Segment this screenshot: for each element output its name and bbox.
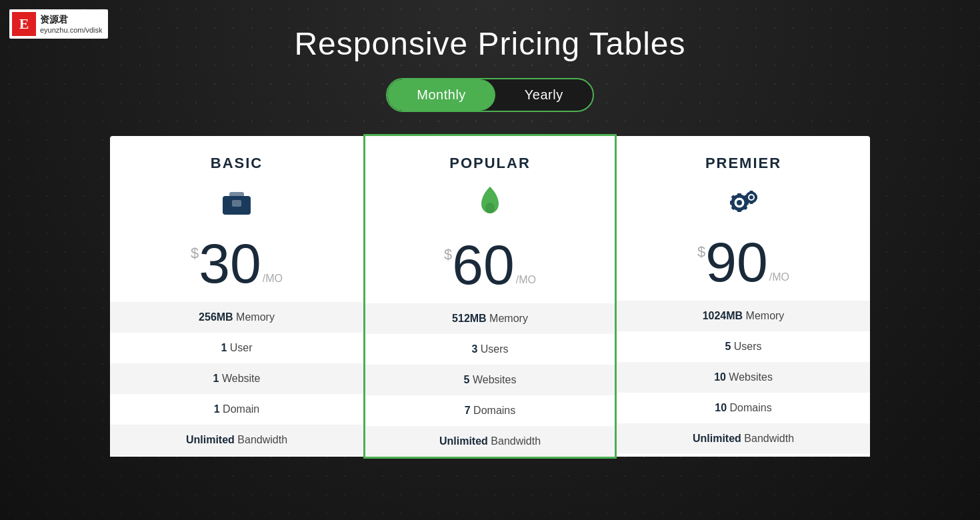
svg-rect-7	[737, 208, 741, 212]
premier-plan-name: PREMIER	[617, 136, 870, 179]
page-wrapper: E 资源君 eyunzhu.com/vdisk Responsive Prici…	[0, 0, 980, 520]
premier-feature-users: 5 Users	[617, 331, 870, 362]
popular-features: 512MB Memory 3 Users 5 Websites 7 Domain…	[365, 303, 615, 457]
svg-rect-17	[750, 201, 753, 204]
popular-feature-domains: 7 Domains	[365, 395, 615, 426]
yearly-toggle-button[interactable]: Yearly	[495, 79, 593, 111]
premier-feature-domains: 10 Domains	[617, 393, 870, 423]
premier-feature-bandwidth: Unlimited Bandwidth	[617, 423, 870, 454]
premier-price-period: /MO	[769, 271, 789, 283]
basic-plan-icon	[110, 185, 363, 225]
premier-price-amount: 90	[705, 234, 767, 290]
basic-price-period: /MO	[263, 273, 283, 285]
premier-plan-icon	[617, 185, 870, 223]
basic-features: 256MB Memory 1 User 1 Website 1 Domain U…	[110, 302, 363, 455]
svg-rect-2	[232, 200, 241, 207]
basic-feature-users: 1 User	[110, 333, 363, 363]
premier-dollar-sign: $	[697, 243, 705, 261]
premier-feature-memory: 1024MB Memory	[617, 301, 870, 331]
popular-feature-bandwidth: Unlimited Bandwidth	[365, 426, 615, 457]
pricing-container: BASIC $ 30 /MO 256MB Memory 1 User 1 Web…	[0, 136, 980, 457]
svg-point-3	[485, 203, 495, 213]
premier-features: 1024MB Memory 5 Users 10 Websites 10 Dom…	[617, 301, 870, 454]
basic-feature-bandwidth: Unlimited Bandwidth	[110, 425, 363, 455]
popular-feature-users: 3 Users	[365, 334, 615, 365]
popular-plan-icon	[365, 185, 615, 226]
popular-plan-price: $ 60 /MO	[365, 230, 615, 303]
basic-feature-domains: 1 Domain	[110, 394, 363, 425]
basic-plan-name: BASIC	[110, 136, 363, 179]
popular-feature-memory: 512MB Memory	[365, 303, 615, 334]
pricing-card-popular: POPULAR $ 60 /MO 512MB Memory 3 Users 5 …	[363, 134, 617, 459]
popular-price-period: /MO	[516, 274, 536, 286]
pricing-card-basic: BASIC $ 30 /MO 256MB Memory 1 User 1 Web…	[110, 136, 363, 457]
svg-rect-16	[750, 191, 753, 193]
basic-feature-memory: 256MB Memory	[110, 302, 363, 333]
premier-plan-price: $ 90 /MO	[617, 227, 870, 301]
svg-rect-19	[755, 196, 757, 199]
logo-brand: 资源君	[40, 14, 103, 26]
logo-letter: E	[12, 12, 36, 36]
monthly-toggle-button[interactable]: Monthly	[387, 79, 495, 111]
popular-plan-name: POPULAR	[365, 136, 615, 179]
svg-rect-6	[737, 193, 741, 197]
svg-point-15	[749, 195, 753, 199]
svg-rect-1	[229, 192, 244, 197]
billing-toggle: Monthly Yearly	[386, 78, 593, 112]
popular-feature-websites: 5 Websites	[365, 365, 615, 395]
svg-rect-8	[730, 201, 734, 205]
popular-dollar-sign: $	[444, 246, 452, 263]
basic-plan-price: $ 30 /MO	[110, 229, 363, 302]
logo-url: eyunzhu.com/vdisk	[40, 26, 103, 34]
logo-text: 资源君 eyunzhu.com/vdisk	[40, 14, 103, 34]
logo: E 资源君 eyunzhu.com/vdisk	[9, 9, 108, 39]
basic-dollar-sign: $	[191, 245, 199, 262]
svg-point-5	[737, 200, 742, 205]
basic-price-amount: 30	[199, 235, 261, 291]
pricing-card-premier: PREMIER	[617, 136, 870, 457]
basic-feature-websites: 1 Website	[110, 363, 363, 394]
popular-price-amount: 60	[452, 237, 514, 293]
page-title: Responsive Pricing Tables	[0, 0, 980, 62]
billing-toggle-wrapper: Monthly Yearly	[0, 78, 980, 112]
svg-rect-18	[745, 196, 748, 199]
premier-feature-websites: 10 Websites	[617, 362, 870, 393]
